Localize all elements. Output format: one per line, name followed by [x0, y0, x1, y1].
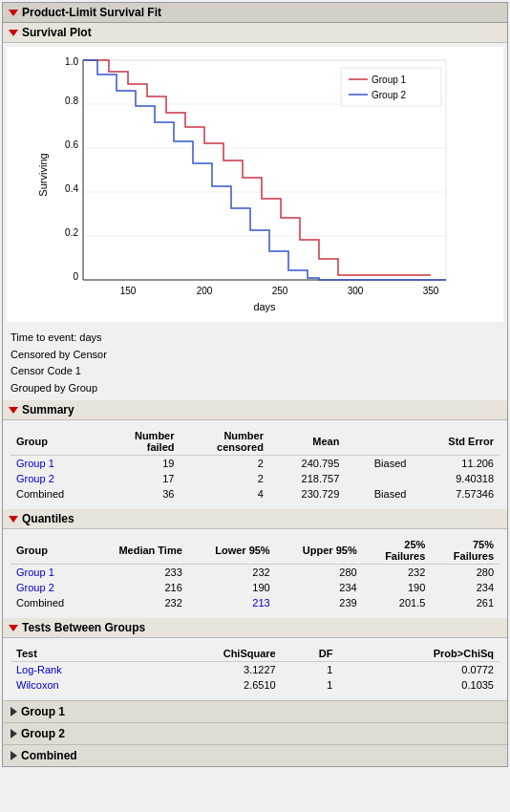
q-group2-median: 216: [89, 580, 188, 595]
chart-svg: 0 0.2 0.4 0.6 0.8 1.0: [35, 51, 475, 318]
group2-biased: [345, 471, 412, 486]
tests-row-wilcoxon: Wilcoxon 2.6510 1 0.1035: [11, 677, 499, 693]
col-biased: [345, 428, 412, 456]
tests-collapse-icon: [9, 625, 18, 631]
group1-censored: 2: [181, 456, 269, 472]
q-combined-lower: 213: [188, 595, 276, 610]
group2-name: Group 2: [11, 471, 101, 486]
wilcoxon-prob: 0.1035: [338, 677, 499, 693]
summary-label: Summary: [22, 403, 74, 417]
q-combined-75: 261: [431, 595, 499, 610]
summary-row-combined: Combined 36 4 230.729 Biased 7.57346: [11, 486, 499, 502]
summary-header[interactable]: Summary: [3, 400, 507, 420]
q-group1-75: 280: [431, 565, 499, 581]
time-to-event: Time to event: days: [11, 330, 499, 347]
q-group2-name: Group 2: [11, 580, 89, 595]
quantiles-table-container: Group Median Time Lower 95% Upper 95% 25…: [3, 529, 507, 618]
group1-collapsible[interactable]: Group 1: [3, 700, 507, 722]
tests-row-logrank: Log-Rank 3.1227 1 0.0772: [11, 662, 499, 678]
combined-collapsible[interactable]: Combined: [3, 744, 507, 766]
svg-text:0.8: 0.8: [65, 96, 78, 106]
q-col-median: Median Time: [89, 537, 188, 565]
q-group1-median: 233: [89, 565, 188, 581]
t-col-test: Test: [11, 646, 138, 662]
q-group1-name: Group 1: [11, 565, 89, 581]
group1-expand-icon: [11, 707, 17, 716]
group2-collapsible[interactable]: Group 2: [3, 722, 507, 744]
group1-mean: 240.795: [269, 456, 345, 472]
summary-table: Group Numberfailed Numbercensored Mean S…: [11, 428, 499, 502]
combined-stderr: 7.57346: [412, 486, 499, 502]
survival-plot-section: Survival Plot 0 0.2 0.4 0.6 0.8 1.0: [3, 23, 507, 322]
quantiles-section: Quantiles Group Median Time Lower 95% Up…: [3, 509, 507, 618]
tests-table-container: Test ChiSquare DF Prob>ChiSq Log-Rank 3.…: [3, 638, 507, 700]
q-col-25-failures: 25%Failures: [363, 537, 432, 565]
q-group2-75: 234: [431, 580, 499, 595]
col-group: Group: [11, 428, 101, 456]
q-group2-upper: 234: [276, 580, 363, 595]
survival-plot-header[interactable]: Survival Plot: [3, 23, 507, 43]
group2-expand-icon: [11, 729, 17, 738]
collapse-icon[interactable]: [9, 10, 18, 16]
col-std-error: Std Error: [412, 428, 499, 456]
combined-failed: 36: [101, 486, 180, 502]
logrank-chisq: 3.1227: [138, 662, 282, 678]
wilcoxon-df: 1: [282, 677, 339, 693]
col-mean: Mean: [269, 428, 345, 456]
svg-text:0.2: 0.2: [65, 227, 78, 238]
group2-censored: 2: [181, 471, 269, 486]
tests-header-row: Test ChiSquare DF Prob>ChiSq: [11, 646, 499, 662]
group2-mean: 218.757: [269, 471, 345, 486]
summary-collapse-icon: [9, 407, 18, 414]
quantiles-row-combined: Combined 232 213 239 201.5 261: [11, 595, 499, 610]
quantiles-table: Group Median Time Lower 95% Upper 95% 25…: [11, 537, 499, 610]
svg-text:300: 300: [348, 286, 364, 296]
summary-section: Summary Group Numberfailed Numbercensore…: [3, 400, 507, 509]
q-col-lower: Lower 95%: [188, 537, 276, 565]
logrank-name: Log-Rank: [11, 662, 138, 678]
combined-biased: Biased: [345, 486, 412, 502]
quantiles-header[interactable]: Quantiles: [3, 509, 507, 529]
group1-stderr: 11.206: [412, 456, 499, 472]
tests-label: Tests Between Groups: [22, 621, 145, 634]
svg-text:250: 250: [272, 286, 288, 296]
t-col-df: DF: [282, 646, 339, 662]
combined-expand-icon: [11, 751, 17, 760]
quantiles-row-group1: Group 1 233 232 280 232 280: [11, 565, 499, 581]
q-col-upper: Upper 95%: [276, 537, 363, 565]
svg-text:0.6: 0.6: [65, 139, 78, 150]
summary-header-row: Group Numberfailed Numbercensored Mean S…: [11, 428, 499, 456]
combined-censored: 4: [181, 486, 269, 502]
wilcoxon-name: Wilcoxon: [11, 677, 138, 693]
q-col-75-failures: 75%Failures: [431, 537, 499, 565]
plot-area: 0 0.2 0.4 0.6 0.8 1.0: [7, 47, 503, 322]
t-col-chisq: ChiSquare: [138, 646, 282, 662]
q-combined-upper: 239: [276, 595, 363, 610]
survival-collapse-icon: [9, 30, 18, 36]
tests-header[interactable]: Tests Between Groups: [3, 618, 507, 638]
q-group2-25: 190: [363, 580, 432, 595]
logrank-prob: 0.0772: [338, 662, 499, 678]
censor-code: Censor Code 1: [11, 363, 499, 380]
q-combined-name: Combined: [11, 595, 89, 610]
combined-collapsible-label: Combined: [21, 749, 77, 762]
group2-collapsible-label: Group 2: [21, 727, 65, 740]
svg-text:days: days: [253, 301, 276, 312]
quantiles-header-row: Group Median Time Lower 95% Upper 95% 25…: [11, 537, 499, 565]
main-title: Product-Limit Survival Fit: [22, 6, 161, 19]
combined-mean: 230.729: [269, 486, 345, 502]
q-combined-median: 232: [89, 595, 188, 610]
group1-biased: Biased: [345, 456, 412, 472]
summary-row-group1: Group 1 19 2 240.795 Biased 11.206: [11, 456, 499, 472]
quantiles-label: Quantiles: [22, 512, 74, 525]
tests-section: Tests Between Groups Test ChiSquare DF P…: [3, 618, 507, 700]
q-group1-upper: 280: [276, 565, 363, 581]
survival-plot-label: Survival Plot: [22, 26, 92, 39]
t-col-prob: Prob>ChiSq: [338, 646, 499, 662]
svg-text:0.4: 0.4: [65, 183, 78, 194]
group1-name: Group 1: [11, 456, 101, 472]
q-group1-lower: 232: [188, 565, 276, 581]
chart-container: 0 0.2 0.4 0.6 0.8 1.0: [35, 51, 475, 318]
svg-text:200: 200: [197, 286, 213, 296]
summary-table-container: Group Numberfailed Numbercensored Mean S…: [3, 420, 507, 509]
